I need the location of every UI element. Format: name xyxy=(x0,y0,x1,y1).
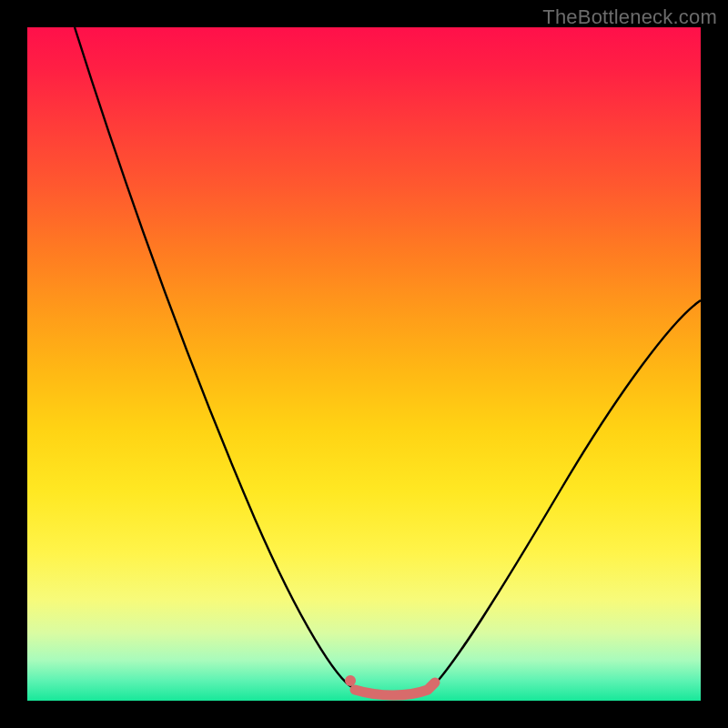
trough-dot-icon xyxy=(345,675,356,686)
right-branch-path xyxy=(431,300,701,688)
curve-layer xyxy=(27,27,701,701)
plot-area xyxy=(27,27,701,701)
left-branch-path xyxy=(75,27,353,688)
watermark-text: TheBottleneck.com xyxy=(542,5,717,29)
trough-highlight-path xyxy=(355,682,435,695)
